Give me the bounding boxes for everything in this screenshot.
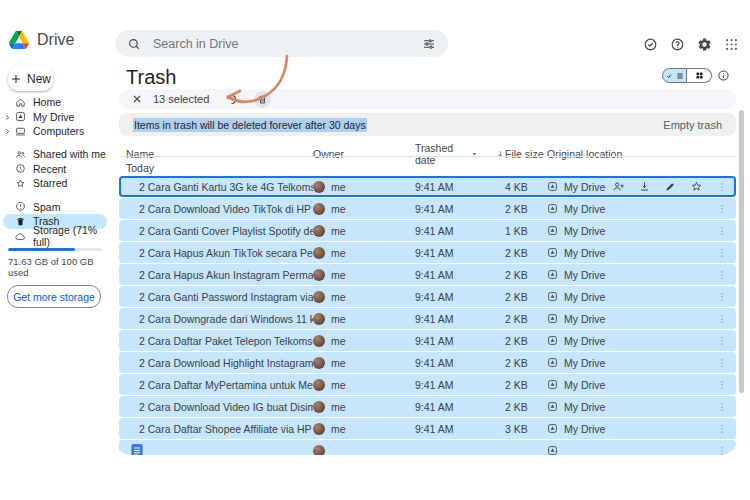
group-label-today: Today (126, 162, 154, 174)
get-more-storage-button[interactable]: Get more storage (7, 285, 101, 308)
banner-message: Items in trash will be deleted forever a… (133, 118, 367, 132)
more-options-icon[interactable] (716, 181, 728, 193)
owner-label: me (331, 225, 346, 237)
advanced-search-tune-icon[interactable] (422, 37, 436, 51)
file-size: 4 KB (505, 181, 547, 193)
close-selection-icon[interactable] (131, 93, 143, 105)
table-row[interactable]: 2 Cara Download Video TikTok di HP Andro… (119, 198, 736, 219)
file-name: 2 Cara Daftar Paket Telepon Telkomsel, H… (139, 335, 313, 347)
column-trashed-date[interactable]: Trashed date (415, 142, 505, 166)
restore-from-trash-icon[interactable] (225, 93, 238, 106)
file-size: 2 KB (505, 291, 547, 303)
trash-banner: Items in trash will be deleted forever a… (119, 113, 736, 136)
file-name: 2 Cara Download Video TikTok di HP Andro… (139, 203, 313, 215)
sidebar-item-computers[interactable]: Computers (3, 124, 107, 139)
owner-label: me (331, 269, 346, 281)
view-toggle[interactable] (662, 68, 712, 83)
download-icon[interactable] (638, 180, 651, 193)
table-row[interactable]: 2 Cara Ganti Password Instagram via HP d… (119, 286, 736, 307)
table-row[interactable]: 2 Cara Daftar Paket Telepon Telkomsel, H… (119, 330, 736, 351)
my-drive-location-icon (547, 269, 558, 280)
sort-descending-arrow-icon[interactable] (496, 149, 505, 159)
storage-usage-text: 71.63 GB of 100 GB used (8, 256, 110, 278)
search-bar[interactable] (115, 30, 448, 57)
column-owner[interactable]: Owner (313, 148, 415, 160)
column-name[interactable]: Name (126, 148, 313, 160)
expand-caret-icon[interactable] (4, 128, 11, 135)
table-row[interactable]: 2 Cara Daftar Shopee Affiliate via HP un… (119, 418, 736, 439)
table-row[interactable]: 2 Cara Hapus Akun TikTok secara Permanen… (119, 242, 736, 263)
more-options-icon[interactable] (716, 247, 728, 259)
more-options-icon[interactable] (716, 357, 728, 369)
help-icon[interactable] (669, 36, 686, 53)
more-options-icon[interactable] (716, 335, 728, 347)
apps-grid-icon[interactable] (723, 36, 740, 53)
owner-avatar (313, 423, 325, 435)
table-row[interactable]: 2 Cara Ganti Cover Playlist Spotify deng… (119, 220, 736, 241)
docs-file-icon (131, 444, 143, 456)
empty-trash-button[interactable]: Empty trash (663, 119, 722, 131)
info-icon[interactable] (717, 69, 730, 82)
owner-avatar (313, 313, 325, 325)
trashed-date: 9:41 AM (415, 203, 505, 215)
location-label: My Drive (564, 379, 605, 391)
spam-icon (15, 201, 26, 212)
recent-icon (15, 163, 26, 174)
column-original-location[interactable]: Original location (547, 148, 736, 160)
settings-icon[interactable] (696, 36, 713, 53)
new-button[interactable]: New (8, 66, 53, 91)
trashed-date: 9:41 AM (415, 269, 505, 281)
location-label: My Drive (564, 335, 605, 347)
share-person-add-icon[interactable] (612, 180, 625, 193)
column-file-size[interactable]: File size (505, 148, 547, 160)
more-options-icon[interactable] (716, 445, 728, 456)
star-icon[interactable] (690, 180, 703, 193)
table-row[interactable]: 2 Cara Hapus Akun Instagram Permanen Ter… (119, 264, 736, 285)
sidebar-item-storage-71-full-[interactable]: Storage (71% full) (3, 229, 107, 244)
location-label: My Drive (564, 357, 605, 369)
delete-forever-button[interactable] (254, 91, 271, 108)
file-name: 2 Cara Daftar MyPertamina untuk Mendapat… (139, 379, 313, 391)
rename-pen-icon[interactable] (664, 180, 677, 193)
more-options-icon[interactable] (716, 401, 728, 413)
more-options-icon[interactable] (716, 313, 728, 325)
plus-icon (10, 73, 22, 85)
expand-caret-icon[interactable] (4, 114, 11, 121)
my-drive-location-icon (547, 401, 558, 412)
sidebar-item-shared-with-me[interactable]: Shared with me (3, 147, 107, 162)
table-row[interactable]: 2 Cara Ganti Kartu 3G ke 4G Telkomsel vi… (119, 176, 736, 197)
offline-status-icon[interactable] (642, 36, 659, 53)
owner-avatar (313, 445, 325, 456)
more-options-icon[interactable] (716, 203, 728, 215)
table-row[interactable]: 2 Cara Download Video IG buat Disimpan d… (119, 396, 736, 417)
file-name: 2 Cara Daftar Shopee Affiliate via HP un… (139, 423, 313, 435)
sidebar-item-spam[interactable]: Spam (3, 200, 107, 215)
grid-view-icon[interactable] (687, 68, 712, 83)
header-actions (642, 36, 740, 53)
vertical-scrollbar[interactable] (739, 110, 744, 393)
sidebar-item-recent[interactable]: Recent (3, 161, 107, 176)
list-view-icon[interactable] (662, 68, 687, 83)
table-row[interactable]: 2 Cara Downgrade dari Windows 11 ke Wind… (119, 308, 736, 329)
more-options-icon[interactable] (716, 291, 728, 303)
owner-label: me (331, 335, 346, 347)
google-drive-trash-page: Drive New HomeMy DriveComputersShared wi… (0, 0, 750, 500)
sidebar-item-starred[interactable]: Starred (3, 176, 107, 191)
more-options-icon[interactable] (716, 379, 728, 391)
my-drive-location-icon (547, 313, 558, 324)
sidebar-item-home[interactable]: Home (3, 95, 107, 110)
table-row[interactable] (119, 440, 736, 455)
file-size: 1 KB (505, 225, 547, 237)
more-options-icon[interactable] (716, 269, 728, 281)
sidebar-item-my-drive[interactable]: My Drive (3, 110, 107, 125)
owner-avatar (313, 181, 325, 193)
owner-avatar (313, 269, 325, 281)
trashed-date: 9:41 AM (415, 401, 505, 413)
my-drive-location-icon (547, 291, 558, 302)
table-row[interactable]: 2 Cara Download Highlight Instagram deng… (119, 352, 736, 373)
more-options-icon[interactable] (716, 225, 728, 237)
more-options-icon[interactable] (716, 423, 728, 435)
starred-icon (15, 178, 26, 189)
search-input[interactable] (151, 36, 412, 52)
table-row[interactable]: 2 Cara Daftar MyPertamina untuk Mendapat… (119, 374, 736, 395)
